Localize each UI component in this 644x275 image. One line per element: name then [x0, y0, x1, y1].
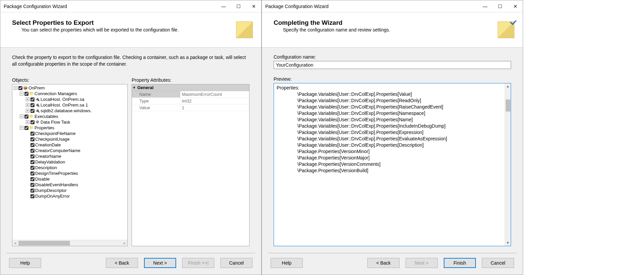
tree-node-label: LocalHost. OnPrem.sa 1 [41, 102, 88, 108]
tree-checkbox[interactable] [30, 166, 34, 170]
propgrid-section-header[interactable]: ▾ General [132, 84, 249, 91]
cancel-button[interactable]: Cancel [220, 258, 253, 268]
collapse-icon[interactable]: − [20, 92, 23, 95]
expand-icon[interactable]: + [26, 97, 29, 101]
propgrid-row[interactable]: Value1 [132, 105, 249, 111]
expander-spacer [26, 137, 29, 141]
close-button[interactable]: ✕ [508, 0, 523, 12]
titlebar: Package Configuration Wizard — ☐ ✕ [0, 0, 261, 12]
tree-node[interactable]: CreatorName [12, 153, 127, 159]
window-title: Package Configuration Wizard [265, 4, 478, 9]
tree-node[interactable]: Disable [12, 176, 127, 182]
tree-checkbox[interactable] [30, 171, 34, 176]
collapse-icon[interactable]: − [20, 126, 23, 130]
tree-node[interactable]: CheckpointUsage [12, 136, 127, 142]
expand-icon[interactable]: + [26, 103, 29, 107]
scroll-left-icon[interactable]: < [12, 241, 18, 245]
close-button[interactable]: ✕ [246, 0, 261, 12]
finish-button[interactable]: Finish [444, 258, 476, 268]
tree-checkbox[interactable] [30, 189, 34, 193]
scroll-thumb[interactable] [506, 99, 510, 112]
preview-line: \Package.Variables[User::DrvColExp].Prop… [277, 136, 502, 142]
tree-node[interactable]: −📁Executables [12, 114, 127, 119]
tree-node[interactable]: DisableEventHandlers [12, 182, 127, 188]
tree-node-label: LocalHost. OnPrem.sa [41, 96, 84, 102]
tree-node[interactable]: DesignTimeProperties [12, 170, 127, 176]
tree-checkbox[interactable] [24, 126, 28, 130]
tree-node[interactable]: −📁Properties [12, 125, 127, 131]
tree-checkbox[interactable] [30, 120, 34, 124]
tree-node[interactable]: −📁Connection Managers [12, 91, 127, 96]
preview-label: Preview: [274, 76, 511, 82]
tree-node-label: Description [35, 165, 57, 170]
tree-checkbox[interactable] [30, 160, 34, 164]
tree-checkbox[interactable] [30, 194, 34, 198]
scroll-up-icon[interactable]: ▲ [505, 83, 511, 89]
propgrid-row[interactable]: NameMaximumErrorCount [132, 91, 249, 98]
tree-checkbox[interactable] [30, 177, 34, 181]
tree-node[interactable]: +⚙Data Flow Task [12, 119, 127, 125]
preview-line: \Package.Properties[VersionBuild] [277, 167, 502, 174]
minimize-button[interactable]: — [478, 0, 493, 12]
wizard-header: Select Properties to Export You can sele… [0, 12, 261, 48]
maximize-button[interactable]: ☐ [231, 0, 246, 12]
scroll-thumb[interactable] [18, 241, 70, 246]
tree-node[interactable]: CheckpointFileName [12, 131, 127, 136]
tree-checkbox[interactable] [30, 103, 34, 107]
titlebar: Package Configuration Wizard — ☐ ✕ [262, 0, 523, 12]
tree-checkbox[interactable] [30, 132, 34, 136]
collapse-icon[interactable]: − [14, 86, 17, 90]
tree-node-label: CheckpointUsage [35, 136, 70, 142]
propgrid-row[interactable]: TypeInt32 [132, 98, 249, 105]
expand-icon[interactable]: + [26, 109, 29, 113]
tree-checkbox[interactable] [30, 183, 34, 187]
tree-node[interactable]: CreatorComputerName [12, 148, 127, 153]
tree-checkbox[interactable] [24, 92, 28, 96]
config-name-label: Configuration name: [274, 54, 511, 60]
tree-node-label: CheckpointFileName [35, 131, 76, 136]
preview-box[interactable]: Properties: \Package.Variables[User::Drv… [274, 83, 511, 246]
tree-checkbox[interactable] [18, 86, 22, 90]
back-button[interactable]: < Back [367, 258, 400, 268]
tree-checkbox[interactable] [30, 97, 34, 101]
expander-spacer [26, 160, 29, 164]
help-button[interactable]: Help [271, 258, 303, 268]
config-name-input[interactable] [274, 61, 511, 69]
cancel-button[interactable]: Cancel [482, 258, 514, 268]
objects-tree[interactable]: −📦OnPrem−📁Connection Managers+🔌LocalHost… [12, 84, 128, 246]
tree-node-label: Executables [34, 114, 58, 119]
tree-node[interactable]: +🔌 sqldb2.database.windows. [12, 108, 127, 114]
tree-node[interactable]: CreationDate [12, 142, 127, 148]
tree-node[interactable]: −📦OnPrem [12, 85, 127, 91]
preview-line: \Package.Variables[User::DrvColExp].Prop… [277, 117, 502, 123]
tree-node-label: DesignTimeProperties [35, 170, 78, 176]
tree-node-label: OnPrem [28, 85, 45, 91]
tree-checkbox[interactable] [24, 115, 28, 119]
collapse-icon[interactable]: − [20, 115, 23, 118]
wizard-footer: Help < Back Next > Finish Cancel [262, 253, 523, 275]
tree-node[interactable]: DelayValidation [12, 159, 127, 165]
minimize-button[interactable]: — [216, 0, 231, 12]
property-grid[interactable]: ▾ General NameMaximumErrorCountTypeInt32… [132, 84, 249, 246]
tree-node[interactable]: +🔌LocalHost. OnPrem.sa [12, 96, 127, 102]
tree-checkbox[interactable] [30, 137, 34, 141]
tree-node[interactable]: Description [12, 165, 127, 170]
back-button[interactable]: < Back [106, 258, 138, 268]
scroll-down-icon[interactable]: ▼ [505, 240, 511, 246]
tree-node-icon: ⚙ [35, 119, 40, 125]
help-button[interactable]: Help [9, 258, 41, 268]
collapse-caret-icon[interactable]: ▾ [133, 85, 135, 90]
horizontal-scrollbar[interactable]: < > [12, 240, 127, 246]
tree-checkbox[interactable] [30, 109, 34, 113]
tree-checkbox[interactable] [30, 154, 34, 158]
maximize-button[interactable]: ☐ [493, 0, 508, 12]
tree-checkbox[interactable] [30, 149, 34, 153]
next-button[interactable]: Next > [144, 258, 176, 268]
tree-node[interactable]: +🔌LocalHost. OnPrem.sa 1 [12, 102, 127, 108]
expand-icon[interactable]: + [26, 120, 29, 124]
tree-checkbox[interactable] [30, 143, 34, 147]
vertical-scrollbar[interactable]: ▲ ▼ [505, 83, 511, 246]
tree-node[interactable]: DumpOnAnyError [12, 193, 127, 199]
tree-node[interactable]: DumpDescriptor [12, 188, 127, 193]
scroll-right-icon[interactable]: > [121, 241, 127, 245]
